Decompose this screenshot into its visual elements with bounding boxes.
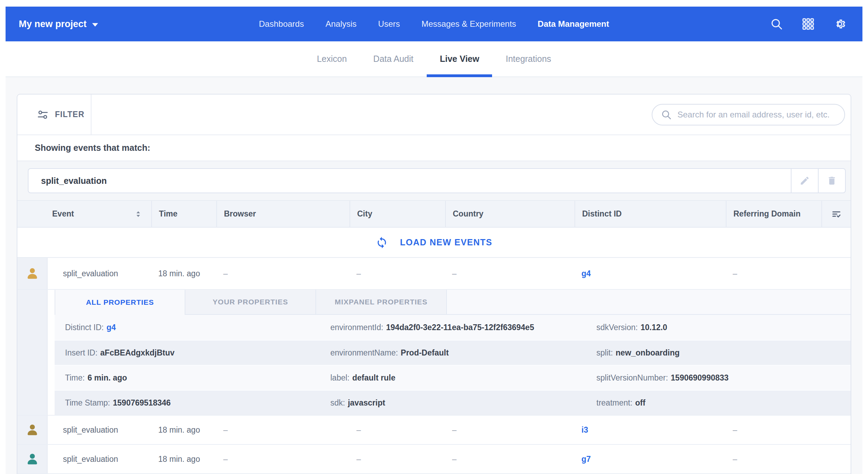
cell-event: split_evaluation <box>48 425 151 435</box>
project-selector[interactable]: My new project <box>19 19 98 30</box>
property: sdk:javascript <box>330 398 596 408</box>
property-label: treatment: <box>596 398 633 407</box>
cell-city: – <box>349 269 445 278</box>
tab-lexicon[interactable]: Lexicon <box>317 41 347 76</box>
user-avatar-icon <box>25 452 39 466</box>
column-header-city[interactable]: City <box>349 201 445 227</box>
cell-browser: – <box>216 455 349 464</box>
event-row-g4[interactable]: split_evaluation 18 min. ago – – – g4 – <box>17 258 851 290</box>
property-label: environmentId: <box>330 323 383 332</box>
settings-gear-icon[interactable] <box>833 17 846 31</box>
property-value: aFcBEAdgxkdjBtuv <box>100 348 174 357</box>
nav-item-users[interactable]: Users <box>378 19 400 29</box>
query-section: split_evaluation <box>17 161 851 201</box>
property-row: Insert ID:aFcBEAdgxkdjBtuv environmentNa… <box>55 340 851 365</box>
event-row-i3[interactable]: split_evaluation 18 min. ago – – – i3 – <box>17 416 851 445</box>
sort-arrows-icon <box>136 211 141 218</box>
property-value: new_onboarding <box>616 348 680 357</box>
property-label: splitVersionNumber: <box>596 373 668 382</box>
property-value-link[interactable]: g4 <box>106 323 116 332</box>
load-new-events-button[interactable]: LOAD NEW EVENTS <box>17 228 851 258</box>
main-nav: Dashboards Analysis Users Messages & Exp… <box>259 19 609 29</box>
filter-sliders-icon <box>37 109 49 121</box>
column-header-distinct-id[interactable]: Distinct ID <box>574 201 726 227</box>
search-input[interactable] <box>677 110 836 120</box>
property-value: javascript <box>348 398 385 407</box>
events-table-header: Event Time Browser City Country Distinct… <box>17 201 851 228</box>
property-value: off <box>635 398 645 407</box>
event-filter-text: split_evaluation <box>41 176 107 186</box>
cell-time: 18 min. ago <box>151 425 216 435</box>
search-icon <box>661 109 672 120</box>
top-navbar: My new project Dashboards Analysis Users… <box>6 7 862 41</box>
column-header-country[interactable]: Country <box>445 201 574 227</box>
property-label: Time Stamp: <box>65 398 110 407</box>
apps-grid-icon[interactable] <box>802 18 814 30</box>
cell-distinct-id-link[interactable]: g4 <box>574 269 726 278</box>
filter-button[interactable]: FILTER <box>17 95 91 134</box>
cell-referring-domain: – <box>726 455 821 464</box>
tab-live-view[interactable]: Live View <box>440 41 480 76</box>
cell-distinct-id-link[interactable]: g7 <box>574 455 726 464</box>
nav-item-data-management[interactable]: Data Management <box>538 19 609 29</box>
nav-item-analysis[interactable]: Analysis <box>326 19 356 29</box>
tab-label: Data Audit <box>373 54 413 64</box>
property-value: Prod-Default <box>401 348 449 357</box>
cell-time: 18 min. ago <box>151 455 216 464</box>
cell-browser: – <box>216 425 349 435</box>
nav-item-dashboards[interactable]: Dashboards <box>259 19 304 29</box>
tab-all-properties[interactable]: ALL PROPERTIES <box>55 290 185 315</box>
delete-filter-button[interactable] <box>819 168 846 193</box>
property-row: Time:6 min. ago label:default rule split… <box>55 365 851 390</box>
column-label: Country <box>453 209 483 219</box>
tab-data-audit[interactable]: Data Audit <box>373 41 413 76</box>
property-value: default rule <box>352 373 395 382</box>
property: environmentId:194da2f0-3e22-11ea-ba75-12… <box>330 323 596 332</box>
column-header-browser[interactable]: Browser <box>216 201 349 227</box>
column-config-icon <box>831 209 842 219</box>
property-label: Distinct ID: <box>65 323 104 332</box>
data-management-subnav: Lexicon Data Audit Live View Integration… <box>6 41 862 77</box>
column-header-referring-domain[interactable]: Referring Domain <box>726 201 821 227</box>
search-icon[interactable] <box>770 17 783 31</box>
property-label: sdkVersion: <box>596 323 638 332</box>
column-settings-button[interactable] <box>821 201 851 227</box>
cell-distinct-id-link[interactable]: i3 <box>574 425 726 435</box>
tabs-filler <box>447 290 851 315</box>
events-match-heading: Showing events that match: <box>35 143 150 153</box>
tab-your-properties[interactable]: YOUR PROPERTIES <box>185 290 316 315</box>
tab-mixpanel-properties[interactable]: MIXPANEL PROPERTIES <box>316 290 447 315</box>
event-filter-value[interactable]: split_evaluation <box>28 168 791 193</box>
event-row-g7[interactable]: split_evaluation 18 min. ago – – – g7 – <box>17 445 851 474</box>
cell-country: – <box>445 269 574 278</box>
nav-item-messages-experiments[interactable]: Messages & Experiments <box>421 19 516 29</box>
column-label: Browser <box>224 209 256 219</box>
avatar-cell[interactable] <box>17 445 48 473</box>
property-label: split: <box>596 348 613 357</box>
property: label:default rule <box>330 373 596 383</box>
avatar-cell[interactable] <box>17 416 48 444</box>
column-label: Time <box>159 209 177 219</box>
trash-icon <box>827 175 837 186</box>
property-label: Insert ID: <box>65 348 97 357</box>
navbar-icons <box>770 17 846 31</box>
tab-label: Integrations <box>506 54 551 64</box>
column-label: Referring Domain <box>733 209 801 219</box>
edit-filter-button[interactable] <box>791 168 819 193</box>
project-name: My new project <box>19 19 87 30</box>
avatar-cell[interactable] <box>17 258 48 289</box>
column-header-event[interactable]: Event <box>17 201 151 227</box>
refresh-icon <box>376 236 388 249</box>
filter-label: FILTER <box>55 110 85 119</box>
cell-time: 18 min. ago <box>151 269 216 278</box>
property-label: Time: <box>65 373 85 382</box>
cell-country: – <box>445 455 574 464</box>
property-row: Distinct ID:g4 environmentId:194da2f0-3e… <box>55 315 851 340</box>
tab-integrations[interactable]: Integrations <box>506 41 551 76</box>
column-header-time[interactable]: Time <box>151 201 216 227</box>
property: Distinct ID:g4 <box>65 323 330 332</box>
property-label: environmentName: <box>330 348 398 357</box>
property-row: Time Stamp:1590769518346 sdk:javascript … <box>55 390 851 415</box>
cell-event: split_evaluation <box>48 269 151 278</box>
cell-browser: – <box>216 269 349 278</box>
